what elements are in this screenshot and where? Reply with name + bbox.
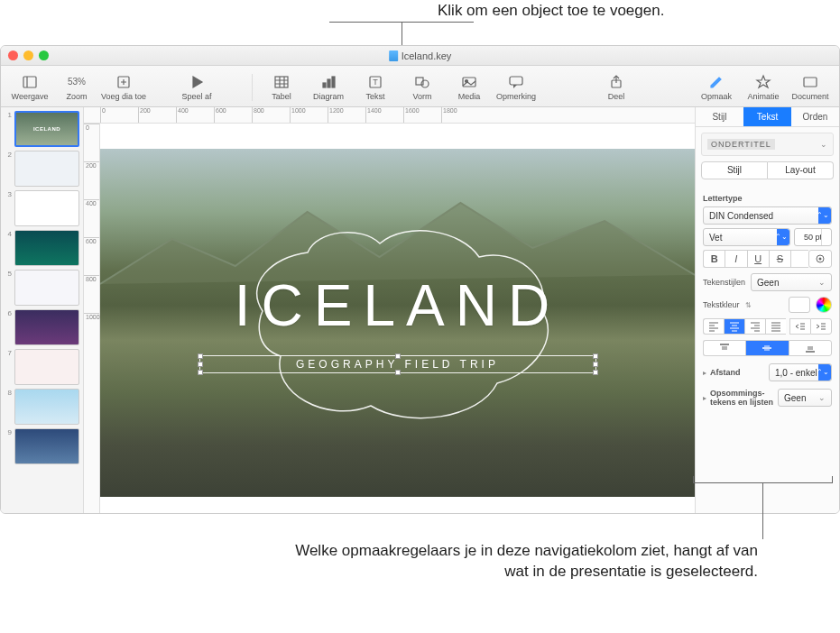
document-button[interactable]: Document [787,68,834,106]
selection-handle[interactable] [198,353,203,359]
selection-handle[interactable] [198,370,203,375]
strikethrough-button[interactable]: S [769,250,790,268]
canvas-area: 020040060080010001200140016001800 020040… [84,107,695,513]
align-left-button[interactable] [703,318,724,335]
add-slide-button[interactable]: Voeg dia toe [100,68,147,106]
svg-rect-11 [323,83,326,87]
selection-handle[interactable] [395,370,401,375]
tab-style[interactable]: Stijl [696,107,743,126]
close-window-button[interactable] [8,50,18,60]
valign-middle-button[interactable] [745,340,788,356]
slide-thumb-5[interactable] [14,270,79,306]
slide-number: 8 [5,389,12,425]
view-button[interactable]: Weergave [6,68,53,106]
chevron-down-icon: ⌄ [818,278,826,287]
slide-number: 3 [5,190,12,226]
align-center-button[interactable] [724,318,744,335]
disclosure-triangle-icon[interactable]: ▸ [703,394,706,402]
slide-thumb-8[interactable] [14,389,79,425]
play-button[interactable]: Speel af [147,68,246,106]
table-button[interactable]: Tabel [258,68,305,106]
document-title: Iceland.key [389,50,452,61]
svg-rect-25 [804,78,817,87]
zoom-window-button[interactable] [39,50,49,60]
zoom-button[interactable]: 53% Zoom [53,68,100,106]
font-size-stepper[interactable]: 50 pt [794,228,832,246]
slide-canvas[interactable]: ICELAND GEOGRAPHY FIELD TRIP [100,124,695,513]
comment-button[interactable]: Opmerking [493,68,540,106]
text-color-label: Tekstkleur [703,300,740,309]
char-styles-select[interactable]: Geen ⌄ [751,273,832,291]
animate-button[interactable]: Animatie [740,68,787,106]
subtitle-text-box[interactable]: GEOGRAPHY FIELD TRIP [199,355,596,373]
font-family-select[interactable]: DIN Condensed ⌃⌄ [703,206,832,225]
updown-icon[interactable]: ⇅ [745,301,752,309]
underline-button[interactable]: U [747,250,769,268]
slide-thumb-2[interactable] [14,151,79,187]
color-wheel-button[interactable] [816,297,832,313]
blank-button [790,250,808,268]
slide-thumb-1[interactable] [14,111,79,147]
ruler-vertical: 02004006008001000 [84,124,100,513]
share-button[interactable]: Deel [593,68,640,106]
text-color-well[interactable] [789,297,810,313]
advanced-gear-button[interactable] [808,250,832,268]
align-right-button[interactable] [744,318,765,335]
slide-thumb-9[interactable] [14,428,79,464]
disclosure-triangle-icon[interactable]: ▸ [703,369,706,377]
subtab-style[interactable]: Stijl [701,161,768,179]
slide-thumb-7[interactable] [14,349,79,385]
app-window: Iceland.key Weergave 53% Zoom Voeg dia t… [0,45,840,514]
slide-title[interactable]: ICELAND [235,272,560,339]
chevron-down-icon: ⌄ [818,393,826,402]
svg-rect-0 [23,77,36,87]
bold-button[interactable]: B [703,250,725,268]
vertical-align-segmented [703,340,832,356]
chevron-down-icon: ⌃⌄ [775,234,788,241]
slide-thumb-6[interactable] [14,309,79,345]
svg-rect-13 [332,77,335,87]
selection-handle[interactable] [395,353,401,359]
selection-handle[interactable] [593,353,598,359]
indent-button[interactable] [810,318,832,335]
svg-marker-24 [757,76,770,87]
shape-button[interactable]: Vorm [399,68,446,106]
tab-text[interactable]: Tekst [743,107,791,126]
slide-thumb-4[interactable] [14,230,79,266]
media-button[interactable]: Media [446,68,493,106]
selection-handle[interactable] [593,362,598,367]
outdent-button[interactable] [789,318,810,335]
callout-bracket [693,476,833,483]
chevron-down-icon: ⌃⌄ [817,369,829,376]
char-styles-label: Tekenstijlen [703,278,745,287]
selection-handle[interactable] [593,370,598,375]
paragraph-style-picker[interactable]: Ondertitel ⌄ [701,133,834,156]
slide-thumb-3[interactable] [14,190,79,226]
slide-number: 7 [5,349,12,385]
selection-handle[interactable] [198,362,203,367]
format-button[interactable]: Opmaak [693,68,740,106]
char-styles-value: Geen [757,278,779,288]
text-subtabs: Stijl Lay-out [701,161,834,179]
content-area: 1 2 3 4 5 6 7 8 9 0200400600800100012001… [1,107,839,513]
subtab-layout[interactable]: Lay-out [768,161,834,179]
spacing-select[interactable]: 1,0 - enkel ⌃⌄ [769,363,832,381]
svg-point-17 [421,80,429,87]
slide-navigator[interactable]: 1 2 3 4 5 6 7 8 9 [1,107,84,513]
slide-number: 1 [5,111,12,147]
minimize-window-button[interactable] [23,50,33,60]
font-weight-select[interactable]: Vet ⌃⌄ [703,228,790,246]
valign-bottom-button[interactable] [789,340,832,356]
bullets-select[interactable]: Geen ⌄ [778,389,832,407]
slide-content[interactable]: ICELAND GEOGRAPHY FIELD TRIP [100,149,695,497]
svg-rect-6 [275,77,288,87]
paragraph-style-value: Ondertitel [707,139,775,150]
tab-order[interactable]: Orden [791,107,839,126]
text-button[interactable]: T Tekst [352,68,399,106]
align-justify-button[interactable] [765,318,786,335]
slide-number: 4 [5,230,12,266]
chart-button[interactable]: Diagram [305,68,352,106]
svg-rect-12 [328,79,330,87]
italic-button[interactable]: I [725,250,746,268]
valign-top-button[interactable] [703,340,745,356]
